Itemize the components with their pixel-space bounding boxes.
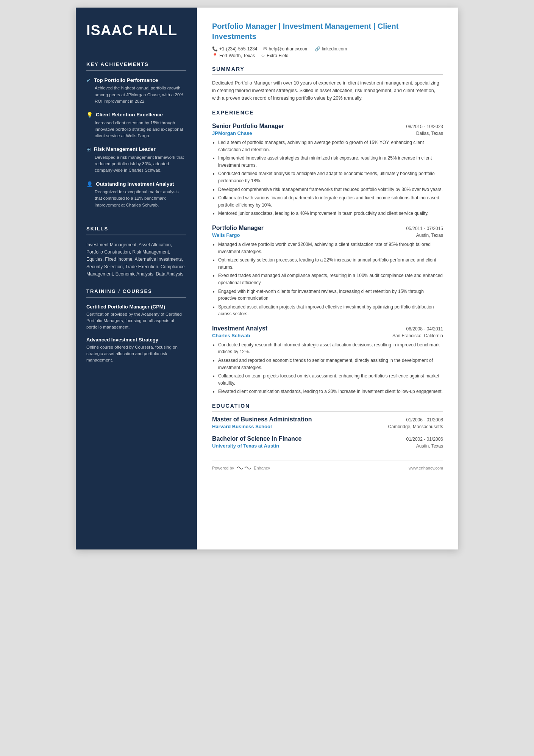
brand-name: Enhancv [254, 466, 270, 470]
edu-2-school: University of Texas at Austin [212, 443, 279, 449]
exp-1-location: Dallas, Texas [416, 131, 443, 136]
contact-row-2: 📍 Fort Worth, Texas ☆ Extra Field [212, 53, 443, 58]
skills-title: SKILLS [86, 226, 186, 232]
experience-section: EXPERIENCE Senior Portfolio Manager 08/2… [212, 110, 443, 395]
exp-3-title: Investment Analyst [212, 325, 267, 332]
exp-2-bullet-3: Executed trades and managed all complian… [218, 272, 443, 286]
website-value: linkedin.com [322, 46, 347, 52]
exp-2-bullets: Managed a diverse portfolio worth over $… [212, 241, 443, 318]
exp-1-bullet-4: Developed comprehensive risk management … [218, 186, 443, 193]
exp-3-company: Charles Schwab [212, 333, 250, 338]
phone-contact: 📞 +1-(234)-555-1234 [212, 46, 257, 52]
footer-url: www.enhancv.com [409, 466, 443, 470]
phone-icon: 📞 [212, 46, 218, 52]
resume-container: ISAAC HALL KEY ACHIEVEMENTS ✔ Top Portfo… [76, 8, 458, 549]
training-2: Advanced Investment Strategy Online cour… [86, 337, 186, 364]
education-divider [212, 411, 443, 412]
edu-2-degree: Bachelor of Science in Finance [212, 435, 302, 442]
education-section: EDUCATION Master of Business Administrat… [212, 403, 443, 449]
star-icon: ☆ [261, 53, 265, 58]
footer: Powered by Enhancv www.enhancv.com [212, 460, 443, 471]
exp-1-bullet-3: Conducted detailed market analysis to an… [218, 170, 443, 184]
location-contact: 📍 Fort Worth, Texas [212, 53, 255, 58]
exp-3-bullet-3: Collaborated on team projects focused on… [218, 373, 443, 387]
email-icon: ✉ [263, 46, 267, 52]
summary-section: SUMMARY Dedicated Portfolio Manager with… [212, 66, 443, 102]
edu-1-degree: Master of Business Administration [212, 416, 312, 423]
training-1: Certified Portfolio Manager (CPM) Certif… [86, 304, 186, 331]
exp-1-bullet-5: Collaborated with various financial depa… [218, 194, 443, 208]
achievement-4: 👤 Outstanding Investment Analyst Recogni… [86, 181, 186, 208]
edu-1-school: Harvard Business School [212, 424, 272, 429]
exp-item-1: Senior Portfolio Manager 08/2015 - 10/20… [212, 123, 443, 217]
email-contact: ✉ help@enhancv.com [263, 46, 308, 52]
skills-section: SKILLS Investment Management, Asset Allo… [86, 226, 186, 278]
achievement-2: 💡 Client Retention Excellence Increased … [86, 111, 186, 139]
exp-1-bullet-2: Implemented innovative asset strategies … [218, 155, 443, 169]
link-icon: 🔗 [315, 46, 320, 52]
location-value: Fort Worth, Texas [219, 53, 255, 58]
training-2-title: Advanced Investment Strategy [86, 337, 186, 343]
sidebar: ISAAC HALL KEY ACHIEVEMENTS ✔ Top Portfo… [76, 8, 197, 549]
phone-value: +1-(234)-555-1234 [219, 46, 257, 52]
achievement-3-icon: ⊞ [86, 146, 91, 152]
exp-2-bullet-1: Managed a diverse portfolio worth over $… [218, 241, 443, 255]
exp-3-bullet-4: Elevated client communication standards,… [218, 388, 443, 395]
extra-contact: ☆ Extra Field [261, 53, 288, 58]
key-achievements-section: KEY ACHIEVEMENTS ✔ Top Portfolio Perform… [86, 61, 186, 215]
achievement-1-title: Top Portfolio Performance [94, 77, 158, 84]
exp-3-dates: 06/2008 - 04/2011 [406, 326, 443, 332]
exp-1-bullet-1: Led a team of portfolio managers, achiev… [218, 139, 443, 153]
exp-2-title: Portfolio Manager [212, 225, 264, 232]
extra-value: Extra Field [267, 53, 288, 58]
exp-item-3: Investment Analyst 06/2008 - 04/2011 Cha… [212, 325, 443, 395]
edu-item-2: Bachelor of Science in Finance 01/2002 -… [212, 435, 443, 449]
achievement-4-desc: Recognized for exceptional market analys… [86, 189, 186, 208]
exp-2-bullet-5: Spearheaded asset allocation projects th… [218, 304, 443, 318]
exp-2-company: Wells Fargo [212, 232, 240, 238]
edu-item-1: Master of Business Administration 01/200… [212, 416, 443, 429]
main-header: Portfolio Manager | Investment Managemen… [212, 21, 443, 58]
exp-1-dates: 08/2015 - 10/2023 [406, 124, 443, 129]
edu-1-location: Cambridge, Massachusetts [388, 424, 443, 429]
contact-row-1: 📞 +1-(234)-555-1234 ✉ help@enhancv.com 🔗… [212, 46, 443, 52]
edu-2-dates: 01/2002 - 01/2006 [406, 437, 443, 442]
achievement-4-title: Outstanding Investment Analyst [96, 181, 174, 188]
edu-1-dates: 01/2006 - 01/2008 [406, 417, 443, 423]
candidate-name: ISAAC HALL [86, 23, 186, 39]
summary-title: SUMMARY [212, 66, 443, 72]
exp-1-title: Senior Portfolio Manager [212, 123, 284, 130]
achievement-2-desc: Increased client retention by 15% throug… [86, 120, 186, 139]
training-section: TRAINING / COURSES Certified Portfolio M… [86, 288, 186, 370]
achievement-1: ✔ Top Portfolio Performance Achieved the… [86, 77, 186, 105]
exp-item-2: Portfolio Manager 05/2011 - 07/2015 Well… [212, 225, 443, 318]
exp-3-location: San Francisco, California [392, 333, 443, 338]
achievement-3-desc: Developed a risk management framework th… [86, 154, 186, 174]
enhancv-logo-icon [236, 465, 251, 471]
achievement-3-title: Risk Management Leader [94, 146, 156, 153]
training-divider [86, 297, 186, 298]
exp-2-bullet-2: Optimized security selection processes, … [218, 257, 443, 271]
achievements-divider [86, 70, 186, 71]
training-1-title: Certified Portfolio Manager (CPM) [86, 304, 186, 310]
achievement-3: ⊞ Risk Management Leader Developed a ris… [86, 146, 186, 174]
exp-3-bullets: Conducted equity research that informed … [212, 341, 443, 395]
exp-1-bullet-6: Mentored junior associates, leading to a… [218, 210, 443, 217]
experience-title: EXPERIENCE [212, 110, 443, 116]
training-1-desc: Certification provided by the Academy of… [86, 311, 186, 331]
location-icon: 📍 [212, 53, 218, 58]
edu-2-location: Austin, Texas [416, 443, 443, 449]
training-2-desc: Online course offered by Coursera, focus… [86, 344, 186, 364]
summary-divider [212, 74, 443, 75]
powered-by-label: Powered by [212, 466, 234, 470]
skills-text: Investment Management, Asset Allocation,… [86, 241, 186, 278]
exp-1-company: JPMorgan Chase [212, 130, 252, 136]
footer-powered: Powered by Enhancv [212, 465, 270, 471]
exp-2-location: Austin, Texas [416, 233, 443, 238]
exp-2-bullet-4: Engaged with high-net-worth clients for … [218, 288, 443, 302]
skills-divider [86, 235, 186, 235]
achievements-title: KEY ACHIEVEMENTS [86, 61, 186, 67]
achievement-2-title: Client Retention Excellence [96, 111, 163, 118]
summary-text: Dedicated Portfolio Manager with over 10… [212, 79, 443, 102]
exp-3-bullet-2: Assessed and reported on economic trends… [218, 357, 443, 371]
